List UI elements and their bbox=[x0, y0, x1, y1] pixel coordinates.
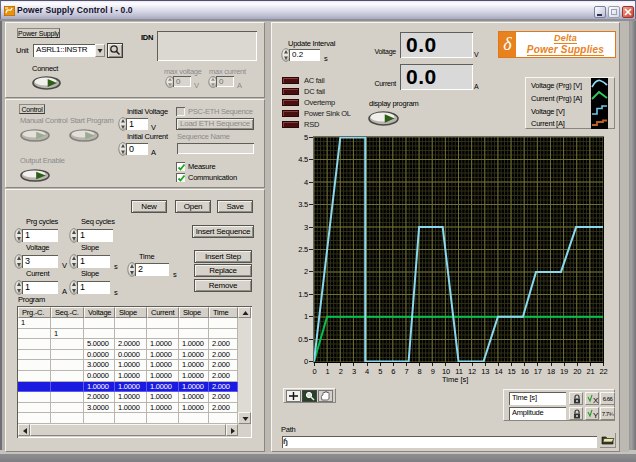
svg-text:Y: Y bbox=[593, 411, 599, 420]
svg-text:X: X bbox=[593, 396, 599, 405]
